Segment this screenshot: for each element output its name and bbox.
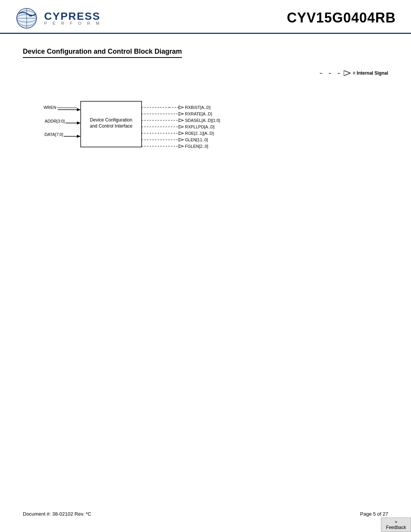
page-footer: Document #: 38-02102 Rev. *C Page 5 of 2… <box>23 511 388 517</box>
logo-area: CYPRESS P E R F O R M <box>15 7 102 29</box>
input-data-arrow <box>77 135 81 138</box>
input-data-label: DATA[7:0] <box>45 132 63 137</box>
block-diagram-svg: WREN ADDR[3:0] DATA[7:0] Device Configur… <box>23 81 388 173</box>
out-arrow-5 <box>179 132 183 135</box>
input-addr-label: ADDR[3:0] <box>45 119 65 123</box>
page-header: CYPRESS P E R F O R M CYV15G0404RB <box>0 0 411 34</box>
block-label-line2: and Control Interface <box>90 123 132 129</box>
input-wren-arrow <box>77 108 81 111</box>
legend-arrow-icon <box>344 70 350 76</box>
output-label-6: GLEN[11..0] <box>185 137 208 142</box>
section-title: Device Configuration and Control Block D… <box>23 48 182 58</box>
legend-text: = Internal Signal <box>353 70 388 76</box>
block-diagram-area: – – – = Internal Signal WREN ADDR[3:0] D… <box>23 70 388 177</box>
legend: – – – = Internal Signal <box>320 70 388 76</box>
out-arrow-7 <box>179 145 183 148</box>
output-label-2: RXRATE[A..D] <box>185 112 212 116</box>
output-label-4: RXPLLPD[A..D] <box>185 125 215 129</box>
company-tagline: P E R F O R M <box>44 21 102 26</box>
cypress-logo-icon <box>15 7 41 29</box>
output-label-7: FGLEN[2..0] <box>185 144 208 149</box>
legend-dashes: – – – <box>320 70 341 76</box>
input-wren-label: WREN <box>43 105 56 110</box>
block-label-line1: Device Configuration <box>90 117 132 123</box>
output-label-1: RXBIST[A..D] <box>185 105 210 110</box>
logo-text: CYPRESS P E R F O R M <box>44 10 102 26</box>
page-info: Page 5 of 27 <box>360 511 388 517</box>
input-addr-arrow <box>77 121 81 125</box>
out-arrow-1 <box>179 106 183 109</box>
out-arrow-3 <box>179 119 183 122</box>
main-content: Device Configuration and Control Block D… <box>0 34 411 177</box>
out-arrow-6 <box>179 138 183 141</box>
output-label-3: SDASEL[A..D][1:0] <box>185 118 220 123</box>
svg-marker-6 <box>344 70 350 76</box>
svg-point-5 <box>17 8 37 28</box>
part-number: CYV15G0404RB <box>287 10 396 26</box>
feedback-button[interactable]: + Feedback <box>381 518 411 532</box>
document-ref: Document #: 38-02102 Rev. *C <box>23 511 91 517</box>
output-label-5: ROE[2..1][A..D] <box>185 131 214 136</box>
out-arrow-4 <box>179 125 183 128</box>
out-arrow-2 <box>179 112 183 115</box>
